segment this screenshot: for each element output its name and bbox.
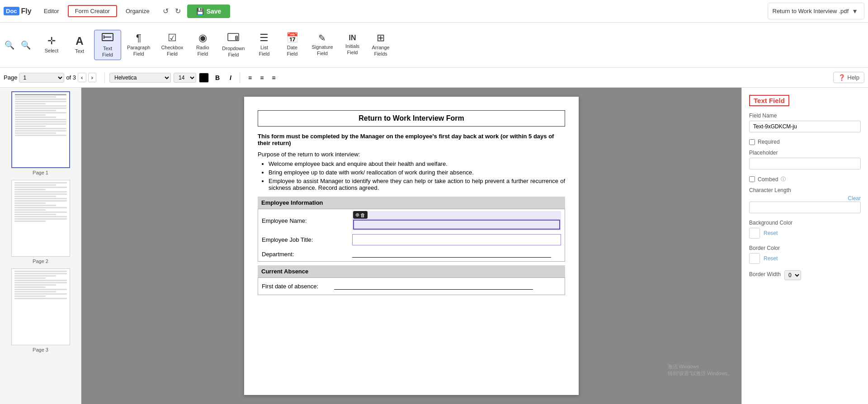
main-layout: Page 1	[0, 88, 868, 404]
zoom-out-button[interactable]: 🔍	[2, 38, 17, 52]
bg-color-swatch[interactable]	[749, 228, 760, 239]
combed-checkbox[interactable]	[749, 176, 755, 182]
table-row-employee-name: Employee Name: ⊕ 🗑	[258, 209, 565, 233]
section-employee-header: Employee Information	[258, 197, 565, 209]
border-color-label: Border Color	[749, 245, 861, 251]
of-label: of 3	[66, 74, 76, 81]
tool-text-field-label: TextField	[102, 46, 113, 57]
required-row: Required	[749, 139, 861, 145]
help-button[interactable]: ❓ Help	[833, 72, 864, 83]
save-button[interactable]: 💾 Save	[187, 5, 231, 18]
list-icon: ☰	[259, 33, 269, 43]
page-content-area: Return to Work Interview Form This form …	[81, 88, 741, 404]
radio-icon: ◉	[198, 33, 207, 43]
thumbnail-page1[interactable]: Page 1	[4, 91, 77, 175]
save-label: Save	[207, 8, 222, 15]
tool-dropdown[interactable]: DropdownField	[217, 30, 250, 60]
form-creator-nav[interactable]: Form Creator	[68, 5, 117, 17]
font-size-select[interactable]: 1410121618	[174, 73, 196, 83]
tool-arrange-label: ArrangeFields	[372, 45, 390, 56]
file-dropdown-button[interactable]: ▾	[850, 5, 859, 17]
next-page-button[interactable]: ›	[88, 73, 96, 82]
organize-nav[interactable]: Organize	[119, 5, 156, 17]
page-number-select[interactable]: 123	[19, 73, 64, 83]
prev-page-button[interactable]: ‹	[78, 73, 86, 82]
tool-date[interactable]: 📅 DateField	[278, 31, 306, 59]
text-field-input[interactable]	[353, 220, 561, 230]
topbar: Doc Fly Editor Form Creator Organize ↺ ↻…	[0, 0, 868, 23]
undo-button[interactable]: ↺	[160, 5, 171, 17]
department-label: Department:	[258, 247, 349, 262]
border-width-select[interactable]: 0123	[784, 270, 801, 280]
required-checkbox[interactable]	[749, 139, 755, 145]
combed-row: Combed ⓘ	[749, 176, 861, 183]
form-title: Return to Work Interview Form	[258, 110, 565, 127]
thumbnail-page3[interactable]: Page 3	[4, 268, 77, 352]
border-color-swatch[interactable]	[749, 253, 760, 264]
page-label: Page	[4, 74, 17, 81]
tool-text-field[interactable]: TextField	[94, 30, 121, 60]
tool-signature-label: SignatureField	[311, 44, 333, 56]
zoom-in-button[interactable]: 🔍	[18, 38, 33, 52]
page-thumbnails-sidebar: Page 1	[0, 88, 81, 404]
italic-button[interactable]: I	[226, 73, 235, 83]
paragraph-icon: ¶	[136, 33, 142, 43]
delete-icon: 🗑	[360, 212, 365, 218]
bg-color-control: Reset	[749, 228, 861, 239]
placeholder-input[interactable]	[749, 158, 861, 169]
save-icon: 💾	[196, 8, 204, 15]
tool-signature[interactable]: ✎ SignatureField	[307, 31, 338, 58]
combed-label: Combed	[758, 176, 778, 183]
combed-info-icon[interactable]: ⓘ	[781, 176, 786, 183]
tool-checkbox[interactable]: ☑ CheckboxField	[156, 31, 188, 59]
section-absence-header: Current Absence	[258, 265, 565, 277]
field-name-row: Field Name	[749, 113, 861, 132]
clear-button[interactable]: Clear	[848, 195, 861, 202]
reset-border-button[interactable]: Reset	[764, 255, 778, 262]
arrange-icon: ⊞	[377, 33, 385, 43]
border-width-label: Border Width	[749, 271, 781, 277]
border-color-control: Reset	[749, 253, 861, 264]
align-center-button[interactable]: ≡	[256, 73, 267, 83]
thumbnail-page2[interactable]: Page 2	[4, 180, 77, 264]
bold-button[interactable]: B	[212, 73, 223, 83]
tool-arrange[interactable]: ⊞ ArrangeFields	[367, 31, 395, 59]
initials-icon: IN	[349, 34, 356, 42]
align-left-button[interactable]: ≡	[245, 73, 255, 83]
tool-radio[interactable]: ◉ RadioField	[189, 31, 216, 59]
field-drag-handle[interactable]: ⊕ 🗑	[353, 211, 368, 219]
job-title-label: Employee Job Title:	[258, 232, 349, 247]
table-row-department: Department:	[258, 247, 565, 262]
redo-button[interactable]: ↻	[172, 5, 184, 17]
field-name-input[interactable]	[749, 121, 861, 132]
bullet-item-1: Welcome employee back and enquire about …	[269, 160, 565, 167]
char-length-input[interactable]	[749, 202, 861, 213]
file-info: Return to Work Interview .pdf ▾	[768, 3, 865, 19]
right-panel: Text Field Field Name Required Placehold…	[741, 88, 868, 404]
editor-nav[interactable]: Editor	[37, 5, 66, 17]
thumb-label-1: Page 1	[33, 170, 48, 175]
tool-select[interactable]: ✛ Select	[38, 34, 65, 56]
reset-bg-button[interactable]: Reset	[764, 230, 778, 236]
logo-text: Fly	[21, 7, 32, 15]
thumb-label-3: Page 3	[33, 347, 48, 352]
checkbox-icon: ☑	[168, 33, 177, 43]
tool-initials[interactable]: IN InitialsField	[339, 32, 366, 57]
department-field-cell	[349, 247, 565, 262]
tool-text[interactable]: A Text	[66, 33, 93, 56]
employee-info-table: Employee Name: ⊕ 🗑	[258, 209, 565, 262]
bullet-item-3: Employee to assist Manager to identify w…	[269, 178, 565, 191]
tool-list[interactable]: ☰ ListField	[250, 31, 278, 59]
text-color-picker[interactable]	[199, 73, 209, 83]
placeholder-label: Placeholder	[749, 150, 861, 156]
job-title-input[interactable]	[352, 234, 561, 245]
tool-select-label: Select	[45, 48, 59, 54]
text-field-icon	[102, 32, 113, 44]
char-length-row: Character Length Clear	[749, 187, 861, 213]
tool-date-label: DateField	[287, 45, 298, 56]
employee-name-field-cell: ⊕ 🗑	[349, 209, 565, 233]
align-right-button[interactable]: ≡	[268, 73, 279, 83]
font-family-select[interactable]: HelveticaArialTimes New Roman	[109, 73, 171, 83]
employee-name-label: Employee Name:	[258, 209, 349, 233]
tool-paragraph[interactable]: ¶ ParagraphField	[122, 31, 155, 59]
